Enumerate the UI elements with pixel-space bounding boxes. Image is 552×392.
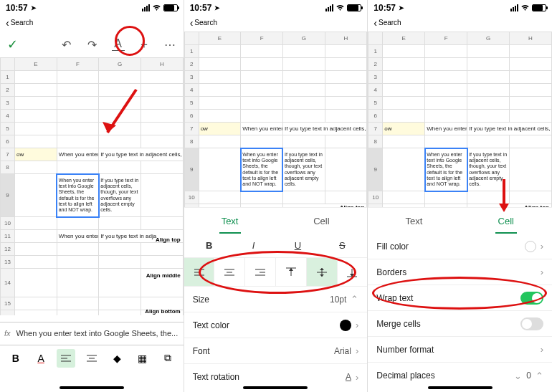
format-panel: Text Cell Fill color› Borders› Wrap text… [368,207,552,392]
halign-right-button[interactable] [245,258,276,286]
format-bar: B A ◆ ▦ ⧉ [0,345,184,371]
back-search[interactable]: Search [0,16,184,32]
add-icon[interactable]: ＋ [138,38,151,51]
tab-cell[interactable]: Cell [460,216,552,226]
fillcolor-row[interactable]: Fill color› [368,234,552,259]
borders-row[interactable]: Borders› [368,259,552,285]
formula-bar[interactable]: fx When you enter text into Google Sheet… [0,322,184,343]
bold-button[interactable]: B [199,237,219,254]
chevron-up-icon: ⌃ [351,294,358,305]
wraptext-toggle[interactable] [520,292,543,305]
svg-marker-22 [320,268,324,270]
back-search[interactable]: Search [184,16,368,32]
screen-2: 10:57➤ Search EFGH 1 2 3 4 5 6 7owWhen y… [184,0,368,392]
screen-1: 10:57➤ Search ✓ ↶ ↷ A ＋ ⋯ EFGH 1 2 3 4 5… [0,0,184,392]
wifi-icon [152,4,161,11]
home-indicator [60,386,124,389]
tab-text[interactable]: Text [368,216,460,226]
format-panel: Text Cell B I U S Size10pt⌃ Text color› … [184,207,368,392]
font-row[interactable]: FontArial› [184,338,368,364]
underline-button[interactable]: U [287,237,308,254]
borders-button[interactable]: ▦ [133,349,152,368]
label-align-top: Align top [156,236,181,243]
color-swatch [340,320,351,331]
home-indicator [243,386,308,389]
valign-bottom-button[interactable] [338,258,368,286]
undo-icon[interactable]: ↶ [60,38,73,51]
merge-toggle[interactable] [520,317,543,330]
svg-marker-19 [289,268,293,271]
spreadsheet[interactable]: EFGH 1 2 3 4 5 6 7owWhen you enter text … [0,57,184,315]
merge-button[interactable]: ⧉ [158,349,177,368]
status-bar: 10:57➤ [0,0,184,16]
location-icon: ➤ [31,4,37,11]
align-left-button[interactable] [57,349,75,368]
cell-f9[interactable]: When you enter text into Google Sheets, … [57,174,99,217]
decrease-icon: ⌄ [514,371,522,381]
more-icon[interactable]: ⋯ [163,38,176,51]
tab-cell[interactable]: Cell [275,216,367,226]
align-center-button[interactable] [82,349,101,368]
wraptext-row[interactable]: Wrap text [368,285,552,311]
label-align-bottom: Align bottom [145,308,180,315]
chevron-right-icon: › [356,320,358,330]
italic-button[interactable]: I [244,237,264,254]
halign-left-button[interactable] [184,258,215,286]
halign-center-button[interactable] [214,258,245,286]
valign-middle-button[interactable] [307,258,338,286]
label-align-middle: Align middle [146,272,181,279]
valign-top-button[interactable] [276,258,307,286]
formula-text: When you enter text into Google Sheets, … [16,329,179,338]
textcolor-row[interactable]: Text color› [184,312,368,338]
bold-button[interactable]: B [6,349,25,368]
spreadsheet[interactable]: EFGH 1 2 3 4 5 6 7owWhen you enter text … [184,32,368,212]
screen-3: 10:57➤ Search EFGH 1 2 3 4 5 6 7owWhen y… [368,0,552,392]
tab-text[interactable]: Text [184,216,276,226]
status-bar: 10:57➤ [184,0,368,16]
strike-button[interactable]: S [332,237,352,254]
size-row[interactable]: Size10pt⌃ [184,287,368,312]
svg-marker-26 [350,274,354,277]
decimal-row[interactable]: Decimal places⌄0⌃ [368,363,552,388]
numberformat-row[interactable]: Number format› [368,337,552,363]
battery-icon [163,4,178,11]
status-time: 10:57 [6,3,28,13]
back-search[interactable]: Search [368,16,552,32]
increase-icon: ⌃ [536,371,543,381]
signal-icon [142,4,150,11]
fx-icon: fx [4,329,11,338]
merge-row[interactable]: Merge cells [368,311,552,337]
svg-marker-23 [320,274,324,277]
color-swatch [525,241,536,252]
format-icon[interactable]: A [112,38,125,51]
spreadsheet[interactable]: EFGH 1 2 3 4 5 6 7owWhen you enter text … [368,32,552,212]
status-bar: 10:57➤ [368,0,552,16]
confirm-icon[interactable]: ✓ [7,37,18,52]
home-indicator [428,386,492,389]
edit-toolbar: ✓ ↶ ↷ A ＋ ⋯ [0,32,184,57]
fillcolor-button[interactable]: ◆ [108,349,126,368]
textcolor-button[interactable]: A [32,349,50,368]
redo-icon[interactable]: ↷ [86,38,99,51]
